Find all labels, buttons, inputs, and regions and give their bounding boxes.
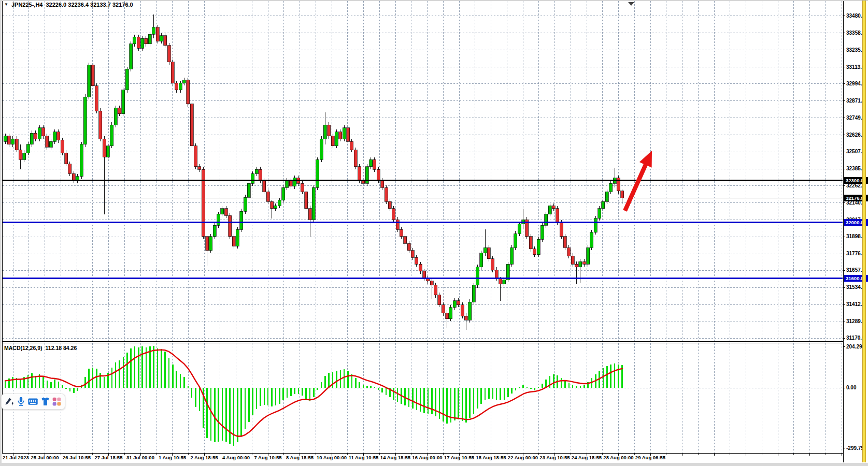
time-axis-label: 21 Jul 2023 bbox=[3, 455, 29, 460]
time-axis-label: 25 Jul 00:00 bbox=[31, 455, 59, 460]
time-axis-label: 17 Aug 10:55 bbox=[444, 455, 474, 460]
time-axis-label: 10 Aug 00:00 bbox=[317, 455, 347, 460]
floating-icon-toolbar bbox=[1, 394, 65, 410]
time-axis-label: 18 Aug 18:55 bbox=[476, 455, 506, 460]
time-axis-label: 7 Aug 10:55 bbox=[254, 455, 282, 460]
pen-input-icon[interactable] bbox=[4, 396, 15, 407]
time-axis-label: 27 Jul 18:55 bbox=[95, 455, 123, 460]
grid-layer bbox=[3, 1, 843, 453]
chart-canvas[interactable] bbox=[0, 0, 868, 466]
symbol-title: JPN225-,H4 bbox=[11, 2, 43, 8]
time-axis-label: 11 Aug 10:55 bbox=[349, 455, 379, 460]
time-axis-label: 23 Aug 10:55 bbox=[539, 455, 570, 460]
time-axis-label: 24 Aug 18:55 bbox=[572, 455, 602, 460]
touch-keyboard-icon[interactable] bbox=[27, 396, 39, 407]
time-axis-label: 26 Jul 10:55 bbox=[63, 455, 91, 460]
macd-name: MACD(12,26,9) bbox=[4, 345, 42, 351]
time-axis-label: 16 Aug 00:00 bbox=[412, 455, 442, 460]
microphone-icon[interactable] bbox=[16, 396, 26, 407]
chart-window: ▼ JPN225-,H4 32226.0 32236.4 32133.7 321… bbox=[0, 0, 868, 466]
time-axis-label: 28 Aug 00:00 bbox=[603, 455, 633, 460]
apps-grid-icon[interactable] bbox=[51, 396, 62, 407]
macd-values: 112.18 84.26 bbox=[46, 345, 77, 351]
macd-indicator-label: MACD(12,26,9) 112.18 84.26 bbox=[4, 345, 77, 351]
time-axis-label: 14 Aug 18:55 bbox=[380, 455, 410, 460]
yellow-stripe bbox=[862, 1, 866, 462]
chart-title-bar: ▼ JPN225-,H4 32226.0 32236.4 32133.7 321… bbox=[4, 2, 133, 8]
chart-shift-marker bbox=[628, 2, 634, 6]
time-axis-label: 8 Aug 18:55 bbox=[286, 455, 314, 460]
time-axis-label: 1 Aug 10:55 bbox=[159, 455, 186, 460]
time-axis-label: 29 Aug 06:55 bbox=[635, 455, 665, 460]
time-axis-label: 31 Jul 00:00 bbox=[126, 455, 154, 460]
time-axis-label: 22 Aug 00:00 bbox=[508, 455, 538, 460]
tshirt-icon[interactable] bbox=[40, 396, 51, 407]
time-axis-label: 2 Aug 18:55 bbox=[191, 455, 218, 460]
macd-histogram bbox=[5, 346, 622, 446]
candlesticks-layer bbox=[4, 14, 624, 330]
bottom-window-margin bbox=[0, 463, 868, 466]
symbol-dropdown-icon[interactable]: ▼ bbox=[4, 2, 8, 7]
title-ohlc-values: 32226.0 32236.4 32133.7 32176.0 bbox=[46, 2, 133, 8]
time-axis-label: 4 Aug 00:00 bbox=[222, 455, 250, 460]
